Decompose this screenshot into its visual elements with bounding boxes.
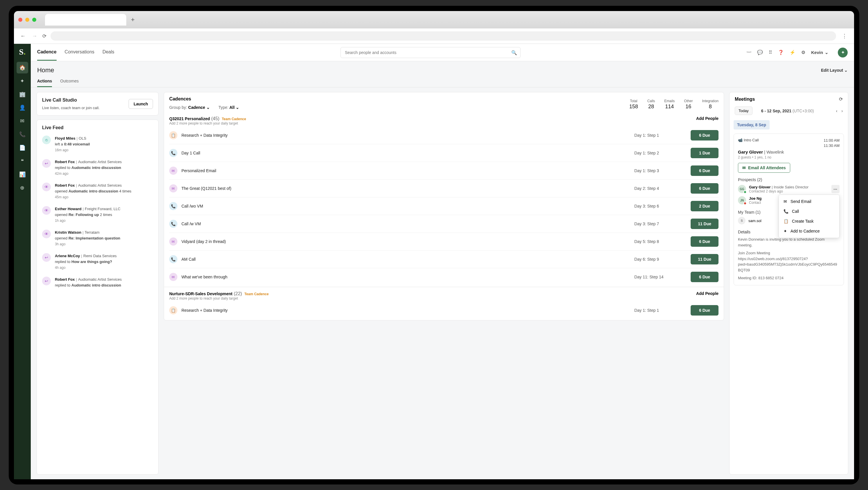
cadence-step[interactable]: ✉ Vidyard (day 2 in thread) Day 5: Step … [169, 233, 718, 250]
add-people-button[interactable]: Add People [696, 116, 718, 121]
browser-tab[interactable] [45, 14, 126, 26]
feed-item[interactable]: ⎋ Floyd Miles|OLS left a 0:48 voicemail … [42, 135, 153, 153]
feed-reply-icon: ↩ [42, 253, 51, 262]
due-badge[interactable]: 6 Due [691, 272, 718, 282]
nav-rocket-icon[interactable]: ✦ [17, 75, 28, 87]
email-icon: ✉ [169, 184, 177, 192]
feed-item[interactable]: 👁 Esther Howard|Freight Forward, LLC ope… [42, 206, 153, 223]
email-attendees-button[interactable]: ✉ Email All Attendees [738, 163, 790, 173]
call-icon: 📞 [169, 202, 177, 210]
email-icon: ✉ [169, 238, 177, 246]
cadence-step[interactable]: 📞 Day 1 Call Day 1: Step 2 1 Due [169, 144, 718, 162]
new-tab-button[interactable]: + [131, 16, 135, 24]
add-to-cadence-icon: ✦ [783, 229, 787, 234]
nav-home-icon[interactable]: 🏠 [17, 62, 28, 73]
cadence-group: Q32021 Personalized (45)Team Cadence Add… [164, 112, 724, 287]
avatar: S [738, 217, 745, 224]
nav-mail-icon[interactable]: ✉ [17, 115, 28, 127]
next-week-button[interactable]: › [841, 109, 843, 113]
menu-item-add-to-cadence[interactable]: ✦Add to Cadence [779, 226, 839, 236]
minimize-window-button[interactable] [25, 18, 29, 22]
cadence-step[interactable]: 📋 Research + Data Integrity Day 1: Step … [169, 127, 718, 144]
prospect-more-button[interactable]: ⋯ [831, 185, 840, 193]
meetings-card: Meetings ⟳ Today 6 - 12 Sep, 2021 (UTC+3… [729, 92, 848, 474]
today-button[interactable]: Today [735, 106, 752, 115]
due-badge[interactable]: 6 Due [691, 305, 718, 315]
due-badge[interactable]: 1 Due [691, 148, 718, 158]
group-by-filter[interactable]: Group by: Cadence ⌄ [169, 105, 210, 110]
cadence-step[interactable]: 📞 AM Call Day 6: Step 9 11 Due [169, 250, 718, 268]
due-badge[interactable]: 2 Due [691, 201, 718, 211]
help-icon[interactable]: ❓ [778, 50, 784, 55]
avatar: GG [738, 185, 746, 193]
nav-target-icon[interactable]: ⊕ [17, 182, 28, 194]
app-logo[interactable]: S [19, 47, 26, 57]
prospect-row[interactable]: JN Joe Ng Contact✉Send Email📞Call📋Create… [738, 196, 840, 205]
feed-item[interactable]: ↩ Arlene McCoy|Remi Data Services replie… [42, 253, 153, 270]
due-badge[interactable]: 6 Due [691, 130, 718, 141]
due-badge[interactable]: 6 Due [691, 165, 718, 176]
cadence-step[interactable]: ✉ What we've been through Day 11: Step 1… [169, 268, 718, 286]
chat-icon[interactable]: 💬 [757, 50, 763, 55]
launch-button[interactable]: Launch [129, 99, 153, 109]
cadence-step[interactable]: 📞 Call /w VM Day 3: Step 7 11 Due [169, 215, 718, 233]
due-badge[interactable]: 11 Due [691, 219, 718, 229]
menu-item-send-email[interactable]: ✉Send Email [779, 196, 839, 206]
edit-layout-button[interactable]: Edit Layout ⌄ [821, 68, 848, 72]
due-badge[interactable]: 6 Due [691, 236, 718, 247]
top-nav-deals[interactable]: Deals [102, 44, 114, 61]
meeting-time: 11:00 AM11:30 AM [824, 138, 840, 148]
cadence-step[interactable]: 📋 Research + Data Integrity Day 1: Step … [169, 302, 718, 319]
nav-file-icon[interactable]: 📄 [17, 142, 28, 154]
cadence-step[interactable]: 📞 Call /wo VM Day 3: Step 6 2 Due [169, 197, 718, 215]
refresh-meetings-icon[interactable]: ⟳ [839, 96, 843, 102]
feed-item[interactable]: 👁 Kristin Watson|Terratam opened Re: Imp… [42, 229, 153, 247]
tab-outcomes[interactable]: Outcomes [60, 76, 79, 87]
feed-item[interactable]: ↩ Robert Fox|Audiomatic Artist Services … [42, 277, 153, 288]
cadence-step[interactable]: ✉ Personalized Email Day 1: Step 3 6 Due [169, 162, 718, 180]
add-people-button[interactable]: Add People [696, 291, 718, 296]
activity-icon[interactable]: 〰 [747, 50, 751, 55]
due-badge[interactable]: 6 Due [691, 183, 718, 194]
url-input[interactable] [51, 31, 836, 41]
details-text-1: Kevin Donnelan is inviting you to a sche… [738, 237, 840, 248]
menu-item-call[interactable]: 📞Call [779, 206, 839, 216]
cadence-step[interactable]: ✉ The Great (Q12021 best of) Day 2: Step… [169, 180, 718, 197]
prev-week-button[interactable]: ‹ [836, 109, 838, 113]
feed-item[interactable]: ↩ Robert Fox|Audiomatic Artist Services … [42, 159, 153, 176]
top-nav-cadence[interactable]: Cadence [37, 44, 57, 61]
meeting-card: 📹 Intro Call 11:00 AM11:30 AM Gary Glove… [734, 133, 844, 285]
user-menu[interactable]: Kevin ⌄ [811, 50, 829, 55]
prospect-row[interactable]: GG Gary Glover | Inside Sales Director C… [738, 185, 840, 193]
stat-integration: Integration8 [702, 99, 718, 110]
tab-actions[interactable]: Actions [37, 76, 52, 87]
live-feed-title: Live Feed [42, 125, 153, 130]
forward-button[interactable]: → [31, 32, 38, 40]
chevron-down-icon: ⌄ [825, 50, 829, 55]
prospects-header: Prospects (2) [738, 177, 840, 182]
nav-quote-icon[interactable]: ❝ [17, 155, 28, 167]
live-call-card: Live Call Studio Live listen, coach team… [37, 92, 158, 116]
menu-item-create-task[interactable]: 📋Create Task [779, 216, 839, 226]
bolt-icon[interactable]: ⚡ [789, 50, 796, 55]
search-icon[interactable]: 🔍 [511, 50, 517, 56]
due-badge[interactable]: 11 Due [691, 254, 718, 265]
call-icon: 📞 [169, 220, 177, 228]
search-input[interactable] [341, 47, 521, 58]
compose-button[interactable]: ✦ [838, 48, 848, 58]
nav-building-icon[interactable]: 🏢 [17, 89, 28, 100]
feed-item[interactable]: 👁 Robert Fox|Audiomatic Artist Services … [42, 183, 153, 200]
back-button[interactable]: ← [19, 32, 27, 40]
refresh-button[interactable]: ⟳ [42, 33, 46, 39]
maximize-window-button[interactable] [32, 18, 36, 22]
close-window-button[interactable] [18, 18, 22, 22]
nav-phone-icon[interactable]: 📞 [17, 129, 28, 140]
browser-menu-button[interactable]: ⋮ [840, 33, 849, 39]
gear-icon[interactable]: ⚙ [801, 50, 805, 55]
type-filter[interactable]: Type: All ⌄ [219, 105, 239, 110]
dialpad-icon[interactable]: ⠿ [769, 50, 772, 55]
email-icon: ✉ [169, 166, 177, 175]
top-nav-conversations[interactable]: Conversations [65, 44, 94, 61]
nav-person-icon[interactable]: 👤 [17, 102, 28, 114]
nav-chart-icon[interactable]: 📊 [17, 169, 28, 180]
